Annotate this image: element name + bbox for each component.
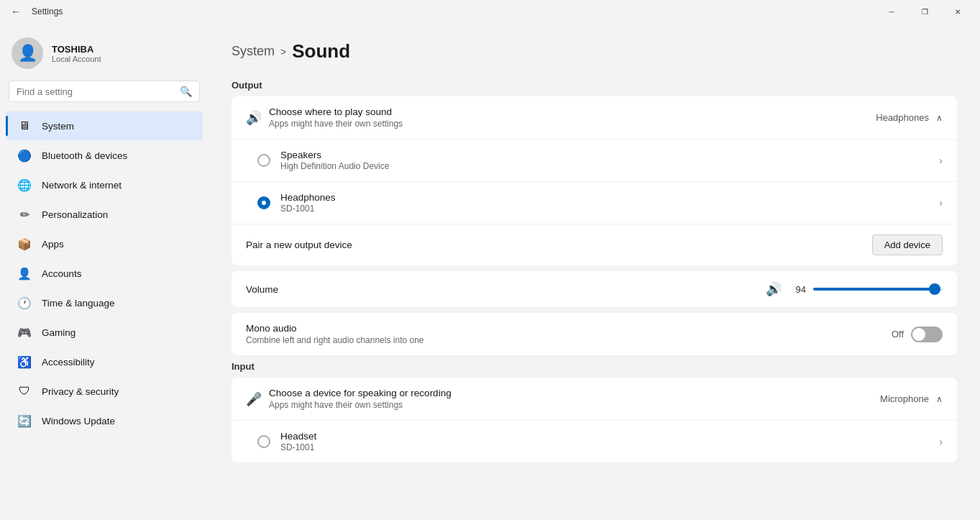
selected-output-device: Headphones: [876, 112, 929, 123]
input-label: Input: [232, 361, 957, 372]
headset-sublabel: SD-1001: [280, 442, 929, 452]
choose-output-subtitle: Apps might have their own settings: [269, 119, 876, 129]
nav-icon-time: 🕐: [17, 296, 32, 310]
output-device-card: 🔊 Choose where to play sound Apps might …: [232, 96, 957, 265]
speakers-info: Speakers High Definition Audio Device: [280, 150, 929, 171]
nav-icon-apps: 📦: [17, 237, 32, 251]
nav-icon-gaming: 🎮: [17, 325, 32, 339]
selected-input-device: Microphone: [880, 393, 929, 404]
speakers-label: Speakers: [280, 150, 929, 160]
output-label: Output: [232, 80, 957, 91]
mono-audio-content: Mono audio Combine left and right audio …: [246, 323, 892, 345]
nav-icon-network: 🌐: [17, 178, 32, 192]
mono-audio-right: Off: [892, 327, 943, 342]
speakers-option[interactable]: Speakers High Definition Audio Device ›: [232, 140, 957, 182]
sidebar-item-accounts[interactable]: 👤 Accounts: [6, 259, 203, 288]
nav-icon-accounts: 👤: [17, 266, 32, 280]
sidebar-item-system[interactable]: 🖥 System: [6, 111, 203, 140]
restore-button[interactable]: ❐: [908, 0, 941, 23]
sidebar-item-gaming[interactable]: 🎮 Gaming: [6, 318, 203, 347]
nav-label-time: Time & language: [42, 298, 115, 309]
speakers-sublabel: High Definition Audio Device: [280, 161, 929, 171]
nav-label-system: System: [42, 121, 74, 132]
mono-audio-subtitle: Combine left and right audio channels in…: [246, 335, 892, 345]
sidebar-item-accessibility[interactable]: ♿ Accessibility: [6, 347, 203, 376]
nav-label-apps: Apps: [42, 239, 64, 250]
close-button[interactable]: ✕: [941, 0, 974, 23]
choose-input-content: Choose a device for speaking or recordin…: [269, 388, 880, 410]
titlebar-left: ← Settings: [6, 1, 63, 22]
nav-label-accounts: Accounts: [42, 268, 82, 279]
choose-input-subtitle: Apps might have their own settings: [269, 400, 880, 410]
headphones-chevron: ›: [939, 197, 943, 209]
breadcrumb-arrow: >: [280, 46, 286, 58]
sidebar-item-update[interactable]: 🔄 Windows Update: [6, 406, 203, 435]
speakers-chevron: ›: [939, 155, 943, 166]
nav-list: 🖥 System 🔵 Bluetooth & devices 🌐 Network…: [0, 111, 209, 436]
titlebar: ← Settings ─ ❐ ✕: [0, 0, 980, 23]
headset-radio[interactable]: [257, 435, 270, 448]
volume-fill: [813, 288, 935, 291]
search-box[interactable]: 🔍: [9, 81, 200, 102]
sidebar-item-bluetooth[interactable]: 🔵 Bluetooth & devices: [6, 141, 203, 170]
nav-icon-accessibility: ♿: [17, 355, 32, 369]
choose-input-row[interactable]: 🎤 Choose a device for speaking or record…: [232, 378, 957, 421]
headphones-option[interactable]: Headphones SD-1001 ›: [232, 182, 957, 224]
input-device-card: 🎤 Choose a device for speaking or record…: [232, 378, 957, 462]
mono-toggle[interactable]: [911, 327, 943, 342]
volume-controls: 🔊 94: [766, 281, 943, 297]
headset-label: Headset: [280, 431, 929, 442]
nav-icon-update: 🔄: [17, 414, 32, 428]
search-input[interactable]: [17, 86, 174, 97]
microphone-icon: 🎤: [246, 391, 269, 407]
output-expand-icon: ∧: [936, 113, 943, 123]
breadcrumb-parent[interactable]: System: [232, 44, 275, 59]
headphones-label: Headphones: [280, 192, 929, 203]
sidebar-item-apps[interactable]: 📦 Apps: [6, 229, 203, 258]
choose-output-row[interactable]: 🔊 Choose where to play sound Apps might …: [232, 96, 957, 140]
nav-label-bluetooth: Bluetooth & devices: [42, 150, 127, 161]
minimize-button[interactable]: ─: [875, 0, 908, 23]
headset-option[interactable]: Headset SD-1001 ›: [232, 421, 957, 462]
main-content: System > Sound Output 🔊 Choose where to …: [209, 23, 980, 520]
titlebar-controls: ─ ❐ ✕: [875, 0, 974, 23]
choose-output-title: Choose where to play sound: [269, 106, 876, 117]
mono-audio-row: Mono audio Combine left and right audio …: [232, 313, 957, 355]
breadcrumb: System > Sound: [232, 40, 957, 63]
headset-info: Headset SD-1001: [280, 431, 929, 452]
sidebar-item-privacy[interactable]: 🛡 Privacy & security: [6, 377, 203, 406]
user-info: TOSHIBA Local Account: [52, 44, 101, 63]
volume-slider[interactable]: [813, 288, 943, 291]
user-role: Local Account: [52, 55, 101, 63]
headphones-sublabel: SD-1001: [280, 204, 929, 214]
nav-label-accessibility: Accessibility: [42, 357, 95, 368]
volume-number: 94: [789, 284, 806, 295]
add-device-button[interactable]: Add device: [872, 234, 943, 255]
input-expand-icon: ∧: [936, 394, 943, 404]
titlebar-title: Settings: [32, 6, 63, 17]
volume-thumb[interactable]: [929, 283, 940, 295]
mono-audio-card: Mono audio Combine left and right audio …: [232, 313, 957, 355]
pair-output-content: Pair a new output device: [246, 240, 872, 250]
pair-output-right: Add device: [872, 234, 943, 255]
sidebar-item-time[interactable]: 🕐 Time & language: [6, 288, 203, 317]
sidebar-item-network[interactable]: 🌐 Network & internet: [6, 170, 203, 199]
volume-label: Volume: [246, 284, 757, 295]
nav-icon-privacy: 🛡: [17, 384, 32, 398]
back-button[interactable]: ←: [6, 1, 26, 22]
nav-label-privacy: Privacy & security: [42, 386, 119, 397]
mono-toggle-thumb: [912, 328, 925, 341]
pair-output-label: Pair a new output device: [246, 240, 872, 250]
speakers-radio[interactable]: [257, 154, 270, 167]
nav-icon-personalization: ✏: [17, 207, 32, 222]
choose-output-content: Choose where to play sound Apps might ha…: [269, 106, 876, 129]
speaker-icon: 🔊: [246, 110, 269, 126]
nav-label-update: Windows Update: [42, 416, 115, 427]
volume-row: Volume 🔊 94: [232, 271, 957, 307]
sidebar-item-personalization[interactable]: ✏ Personalization: [6, 200, 203, 229]
headphones-radio[interactable]: [257, 196, 270, 209]
search-icon: 🔍: [180, 86, 192, 97]
avatar-icon: 👤: [18, 44, 37, 63]
mono-audio-title: Mono audio: [246, 323, 892, 334]
nav-label-personalization: Personalization: [42, 209, 108, 220]
